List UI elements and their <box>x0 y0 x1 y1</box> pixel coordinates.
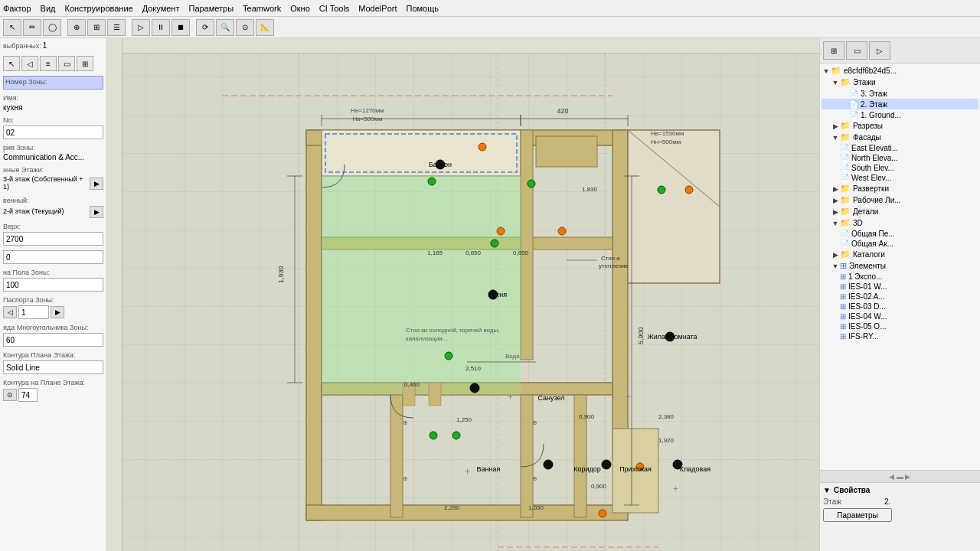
transport-next[interactable]: ▶ <box>51 306 64 318</box>
dot-green-7[interactable] <box>452 432 460 439</box>
tree-north[interactable]: 📄 North Eleva... <box>822 153 978 163</box>
dot-green-2[interactable] <box>528 180 535 187</box>
detali-expand-icon[interactable]: ▶ <box>831 207 840 217</box>
floor-finish-input[interactable] <box>3 278 103 292</box>
toolbar-measure[interactable]: 📐 <box>256 19 274 36</box>
dot-orange-2[interactable] <box>685 186 693 194</box>
dot-green-3[interactable] <box>658 186 665 194</box>
etazhi-expand-icon[interactable]: ▼ <box>831 78 840 87</box>
etazhi-folder-icon: 📁 <box>840 77 851 87</box>
menu-okno[interactable]: Окно <box>290 4 310 13</box>
offset-input[interactable] <box>3 250 103 264</box>
tree-east[interactable]: 📄 East Elevati... <box>822 143 978 153</box>
rt-arrow-btn[interactable]: ▷ <box>869 41 890 60</box>
tree-fasady[interactable]: ▼ 📁 Фасады <box>822 132 978 143</box>
tree-ies03d[interactable]: ⊞ IES-03 D... <box>822 302 978 311</box>
floor-plan[interactable]: 1,930 5,900 420 Стоя ки холодной, горяче… <box>122 54 819 551</box>
razvyortki-expand-icon[interactable]: ▶ <box>831 184 840 194</box>
contour-num[interactable] <box>18 388 38 402</box>
tree-detali[interactable]: ▶ 📁 Детали <box>822 206 978 217</box>
toolbar-pause[interactable]: ⏸ <box>152 19 170 36</box>
menu-teamwork[interactable]: Teamwork <box>243 4 281 13</box>
root-expand-icon[interactable]: ▼ <box>822 67 831 76</box>
menu-modelport[interactable]: ModelPort <box>358 4 397 13</box>
tree-2etazh[interactable]: 📄 2. Этаж <box>822 99 978 109</box>
transport-input[interactable] <box>18 305 49 319</box>
tree-razrezy[interactable]: ▶ 📁 Разрезы <box>822 120 978 132</box>
tree-katalogi[interactable]: ▶ 📁 Каталоги <box>822 249 978 260</box>
toolbar-cursor[interactable]: ⊕ <box>67 19 86 36</box>
tree-obshchaya-p[interactable]: 📄 Общая Пе... <box>822 229 978 239</box>
tree-south[interactable]: 📄 South Elev... <box>822 163 978 173</box>
tree-root[interactable]: ▼ 📁 e8cfdf6b24d5... <box>822 65 978 77</box>
room-label-vann: Ванная <box>477 465 501 473</box>
tree-razvyortki[interactable]: ▶ 📁 Развертки <box>822 183 978 194</box>
rabochie-expand-icon[interactable]: ▶ <box>831 196 840 205</box>
tree-west[interactable]: 📄 West Elev... <box>822 173 978 183</box>
toolbar-list[interactable]: ☰ <box>107 19 126 36</box>
razrezy-expand-icon[interactable]: ▶ <box>831 122 840 131</box>
tree-ekspo[interactable]: ⊞ 1 Экспо... <box>822 272 978 282</box>
lt-btn3[interactable]: ≡ <box>40 56 57 71</box>
dot-green-6[interactable] <box>430 432 437 439</box>
fasady-expand-icon[interactable]: ▼ <box>831 133 840 142</box>
contour-btn1[interactable]: ⊙ <box>3 389 17 401</box>
tree-3d[interactable]: ▼ 📁 3D <box>822 217 978 229</box>
dot-green-1[interactable] <box>428 178 436 185</box>
menu-factor[interactable]: Фактор <box>3 4 31 13</box>
dot-orange-5[interactable] <box>599 510 606 517</box>
tree-etazhi[interactable]: ▼ 📁 Этажи <box>822 77 978 88</box>
dot-orange-3[interactable] <box>497 227 505 235</box>
tree-obshchaya-a[interactable]: 📄 Общая Ак... <box>822 239 978 249</box>
toolbar-pencil[interactable]: ✏ <box>23 19 41 36</box>
toolbar-play[interactable]: ▷ <box>132 19 150 36</box>
transport-prev[interactable]: ◁ <box>3 306 17 318</box>
menu-pomoshch[interactable]: Помощь <box>406 4 439 13</box>
floor-expand-btn[interactable]: ▶ <box>90 178 103 190</box>
lt-btn5[interactable]: ⊞ <box>77 56 93 71</box>
properties-expand-icon[interactable]: ▼ <box>823 486 831 494</box>
canvas-area[interactable]: 1,930 5,900 420 Стоя ки холодной, горяче… <box>107 38 819 551</box>
3d-expand-icon[interactable]: ▼ <box>831 219 840 228</box>
toolbar-stop[interactable]: ⏹ <box>172 19 190 36</box>
tree-ies04w[interactable]: ⊞ IES-04 W... <box>822 311 978 321</box>
tree-elementy[interactable]: ▼ ⊞ Элементы <box>822 260 978 272</box>
menu-citools[interactable]: CI Tools <box>319 4 350 13</box>
tree-1ground[interactable]: 📄 1. Ground... <box>822 109 978 120</box>
katalogi-expand-icon[interactable]: ▶ <box>831 250 840 259</box>
lt-btn1[interactable]: ↖ <box>3 56 20 71</box>
height-input[interactable] <box>3 232 103 246</box>
dot-orange-4[interactable] <box>558 227 566 235</box>
elementy-expand-icon[interactable]: ▼ <box>831 262 840 271</box>
zone-no-input[interactable] <box>3 126 103 139</box>
toolbar-grid[interactable]: ⊞ <box>87 19 106 36</box>
menu-dokument[interactable]: Документ <box>142 4 180 13</box>
tree-ies02a[interactable]: ⊞ IES-02 A... <box>822 292 978 302</box>
tree-3etazh[interactable]: 📄 3. Этаж <box>822 88 978 99</box>
right-scrollbar[interactable]: ◀ ▬ ▶ <box>820 470 980 482</box>
tree-ifsry[interactable]: ⊞ IFS-RY... <box>822 331 978 341</box>
dot-green-4[interactable] <box>445 352 452 360</box>
poly-input[interactable] <box>3 333 103 347</box>
rt-view-btn1[interactable]: ⊞ <box>823 41 844 60</box>
current-floor-expand-btn[interactable]: ▶ <box>90 206 103 218</box>
dot-green-5[interactable] <box>491 240 498 247</box>
toolbar-circle[interactable]: ◯ <box>43 19 61 36</box>
menu-konstruirovanie[interactable]: Конструирование <box>64 4 132 13</box>
toolbar-zoom[interactable]: 🔍 <box>216 19 234 36</box>
line-type-input[interactable] <box>3 360 103 374</box>
params-button[interactable]: Параметры <box>823 508 892 522</box>
toolbar-refresh[interactable]: ⟳ <box>196 19 214 36</box>
tree-ies01w[interactable]: ⊞ IES-01 W... <box>822 282 978 292</box>
rt-view-btn2[interactable]: ▭ <box>846 41 867 60</box>
menu-vid[interactable]: Вид <box>41 4 56 13</box>
lt-btn4[interactable]: ▭ <box>58 56 75 71</box>
toolbar-arrow[interactable]: ↖ <box>3 19 21 36</box>
lt-btn2[interactable]: ◁ <box>21 56 38 71</box>
menu-parametry[interactable]: Параметры <box>188 4 234 13</box>
tree-ies05o[interactable]: ⊞ IES-05 O... <box>822 321 978 331</box>
dot-orange-1[interactable] <box>479 143 486 151</box>
tree-rabochie[interactable]: ▶ 📁 Рабочие Ли... <box>822 194 978 206</box>
2etazh-expand-icon <box>840 99 849 109</box>
toolbar-target[interactable]: ⊙ <box>236 19 254 36</box>
